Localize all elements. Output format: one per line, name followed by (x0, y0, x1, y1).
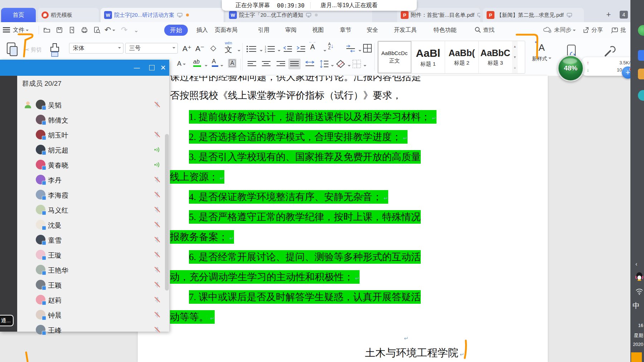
more-commands-icon[interactable]: ⌄ (134, 22, 138, 38)
mic-muted-icon[interactable] (153, 326, 161, 334)
justify-icon[interactable] (290, 61, 299, 67)
style-heading2[interactable]: AaBb( 标题 2 (445, 41, 479, 73)
member-row[interactable]: 王颖 (17, 278, 169, 292)
maximize-icon[interactable] (149, 65, 155, 70)
clear-format-icon[interactable]: ◇ (210, 44, 216, 52)
tab-docer-templates[interactable]: 稻壳模板 (38, 8, 99, 22)
style-heading3[interactable]: AaBbC 标题 3 (479, 41, 512, 73)
mic-muted-icon[interactable] (153, 101, 161, 109)
repair-tool-icon[interactable] (603, 45, 616, 58)
menu-tab-section[interactable]: 章节 (340, 22, 351, 38)
align-center-icon[interactable] (262, 61, 270, 67)
mic-muted-icon[interactable] (153, 251, 161, 259)
taskbar-app-orange-icon[interactable] (631, 352, 642, 362)
member-row[interactable]: 黄春晓 (17, 158, 169, 172)
document-page[interactable]: 课过程中的经验和问题，供大家进行讨论。汇报内容包括是 否按照我校《线上课堂教学评… (138, 76, 548, 362)
panel-scrollbar[interactable] (165, 134, 169, 291)
align-left-icon[interactable] (248, 61, 256, 67)
mic-muted-icon[interactable] (153, 131, 161, 139)
taskbar-app-teal-icon[interactable] (638, 90, 644, 101)
sync-status-button[interactable]: 未同步 (543, 22, 576, 38)
mic-muted-icon[interactable] (153, 311, 161, 319)
mic-muted-icon[interactable] (153, 206, 161, 214)
borders-icon[interactable] (352, 59, 361, 69)
menu-tab-view[interactable]: 视图 (312, 22, 324, 38)
member-row[interactable]: 赵莉 (17, 293, 169, 307)
member-row[interactable]: 李丹 (17, 173, 169, 187)
tab-count-badge[interactable]: 4 (620, 11, 628, 19)
numbered-list-icon[interactable]: 123 (265, 45, 275, 53)
hidden-icons-chevron[interactable]: ‹ (635, 261, 637, 267)
mic-speaking-icon[interactable] (153, 146, 161, 154)
menu-tab-insert[interactable]: 插入 (196, 22, 208, 38)
mic-muted-icon[interactable] (153, 221, 161, 229)
redo-button[interactable]: ↷ (121, 22, 127, 38)
member-row[interactable]: 李海霞 (17, 188, 169, 202)
ime-indicator[interactable]: 中 (633, 301, 640, 311)
menu-tab-start[interactable]: 开始 (164, 25, 188, 36)
bullet-list-icon[interactable] (246, 45, 257, 53)
paste-button[interactable] (5, 41, 19, 60)
cut-button[interactable]: ✂ 剪切 (24, 46, 42, 54)
save-icon[interactable] (55, 26, 63, 34)
mic-muted-icon[interactable] (153, 236, 161, 244)
mic-muted-icon[interactable] (153, 281, 161, 289)
find-button[interactable]: 查找 (474, 22, 494, 38)
tab-home[interactable]: 首页 (1, 8, 36, 22)
panel-title-bar[interactable]: — ✕ (0, 60, 169, 76)
undo-button[interactable]: ↶ (104, 22, 115, 38)
comment-button[interactable]: 批 (611, 22, 626, 38)
shrink-font-button[interactable]: A⁻ (195, 44, 204, 53)
mic-muted-icon[interactable] (153, 176, 161, 184)
font-color-button[interactable]: A (212, 58, 218, 67)
member-row[interactable]: 王峰 (17, 323, 169, 337)
wifi-icon[interactable] (635, 288, 643, 295)
clock-weekday[interactable]: 星期 (630, 332, 644, 339)
menu-tab-page-layout[interactable]: 页面布局 (215, 22, 238, 38)
new-style-button[interactable]: A 新样式 (529, 42, 555, 62)
align-right-icon[interactable] (277, 61, 285, 67)
clock-year[interactable]: 2020 (630, 342, 644, 347)
increase-indent-icon[interactable] (296, 45, 306, 53)
char-shading-button[interactable]: A (228, 59, 236, 68)
sort-icon[interactable]: AZ ↓ (328, 42, 333, 50)
styles-gallery-scroll[interactable]: ▲▼≡ (512, 41, 518, 73)
mic-muted-icon[interactable] (153, 266, 161, 274)
member-row[interactable]: 吴韬 (17, 98, 169, 111)
print-preview-icon[interactable] (93, 26, 101, 34)
member-row[interactable]: 沈曼 (17, 218, 169, 232)
menu-tab-references[interactable]: 引用 (258, 22, 269, 38)
tab-document-active[interactable]: W 院士字[20...研讨活动方案 (101, 8, 224, 22)
paragraph-layout-icon[interactable] (346, 44, 357, 53)
grow-font-button[interactable]: A⁺ (182, 44, 191, 53)
member-row[interactable]: 王艳华 (17, 263, 169, 277)
shading-icon[interactable] (336, 59, 346, 69)
minimize-icon[interactable]: — (134, 65, 140, 71)
highlight-color-button[interactable]: ab (193, 59, 201, 67)
export-pdf-icon[interactable] (68, 26, 76, 34)
mic-muted-icon[interactable] (153, 296, 161, 304)
pinyin-abc-icon[interactable]: A (177, 60, 186, 68)
style-heading1[interactable]: AaBl 标题 1 (411, 41, 445, 73)
member-row[interactable]: 胡玉叶 (17, 128, 169, 142)
phonetic-guide-button[interactable]: wén 文 (225, 41, 232, 55)
member-row[interactable]: 王璇 (17, 248, 169, 262)
member-row[interactable]: 钟晨 (17, 308, 169, 322)
clock-hour[interactable]: 16 (630, 323, 644, 328)
format-painter-icon[interactable] (49, 42, 61, 59)
line-spacing-icon[interactable] (319, 59, 329, 69)
menu-tab-review[interactable]: 审阅 (285, 22, 297, 38)
mic-speaking-icon[interactable] (153, 161, 161, 169)
mic-muted-icon[interactable] (153, 191, 161, 199)
char-scale-icon[interactable]: A←→ (310, 43, 315, 51)
open-file-icon[interactable] (43, 26, 51, 34)
table-tool-icon[interactable] (363, 44, 372, 53)
taskbar-app-green-icon[interactable] (638, 25, 644, 36)
distribute-icon[interactable] (305, 60, 315, 68)
member-row[interactable]: 马义红 (17, 203, 169, 217)
share-button[interactable]: 分享 (582, 22, 603, 38)
tab-pdf-2[interactable]: P 【新闻】第二批...求意见.pdf (483, 8, 584, 22)
member-row[interactable]: 胡元超 (17, 143, 169, 157)
decrease-indent-icon[interactable] (283, 45, 292, 53)
taskbar-app-gold-icon[interactable] (638, 69, 644, 79)
